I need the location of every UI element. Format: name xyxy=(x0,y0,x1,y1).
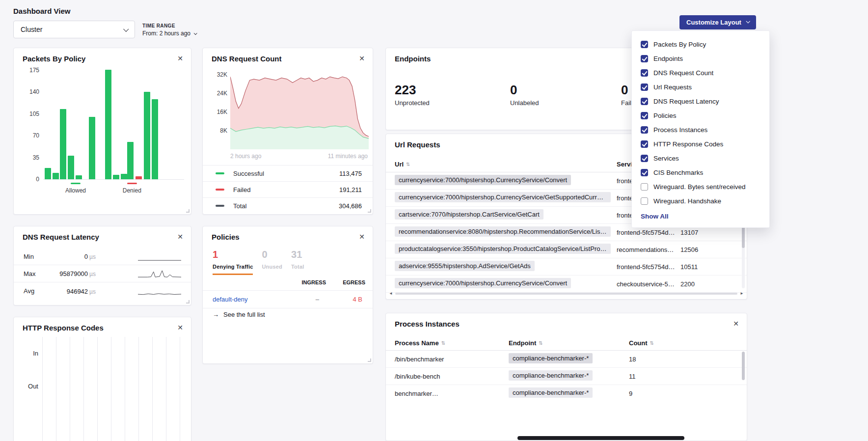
close-icon[interactable]: ✕ xyxy=(357,54,366,63)
y-axis-tick-label: 35 xyxy=(33,154,39,161)
scrollbar-thumb[interactable] xyxy=(742,352,745,380)
sort-icon: ⇅ xyxy=(441,340,445,346)
customize-menu-items: Packets By PolicyEndpointsDNS Request Co… xyxy=(641,37,760,208)
stat-label: Total xyxy=(291,264,304,270)
checkbox-icon[interactable] xyxy=(641,155,648,162)
latency-sparkline xyxy=(138,250,181,262)
checkbox-icon[interactable] xyxy=(641,183,648,191)
stat-value: 0 xyxy=(262,249,282,260)
customize-layout-menu: Packets By PolicyEndpointsDNS Request Co… xyxy=(631,30,770,228)
url-chip: productcatalogservice:3550/hipstershop.P… xyxy=(395,244,611,254)
see-full-list-label: See the full list xyxy=(223,311,265,318)
url-cell: currencyservice:7000/hipstershop.Currenc… xyxy=(386,192,617,204)
url-request-row[interactable]: productcatalogservice:3550/hipstershop.P… xyxy=(386,241,747,258)
customize-menu-item[interactable]: Policies xyxy=(641,109,760,123)
customize-layout-button-label: Customize Layout xyxy=(686,19,741,26)
checkbox-icon[interactable] xyxy=(641,55,648,62)
url-request-row[interactable]: currencyservice:7000/hipstershop.Currenc… xyxy=(386,276,747,293)
customize-menu-item[interactable]: Url Requests xyxy=(641,80,760,94)
time-range-from-text: From: 2 hours ago xyxy=(142,30,190,37)
url-request-row[interactable]: adservice:9555/hipstershop.AdService/Get… xyxy=(386,258,747,276)
policy-stat[interactable]: 31Total xyxy=(291,249,304,275)
customize-menu-item[interactable]: DNS Request Latency xyxy=(641,94,760,109)
column-header[interactable]: Endpoint⇅ xyxy=(509,339,629,347)
bar xyxy=(152,99,158,179)
latency-unit: µs xyxy=(89,253,96,260)
time-range-control: TIME RANGE From: 2 hours ago xyxy=(142,23,196,37)
resize-handle-icon[interactable] xyxy=(186,300,190,303)
checkbox-icon[interactable] xyxy=(641,140,648,148)
column-header[interactable]: Count⇅ xyxy=(629,339,747,347)
scroll-left-icon[interactable]: ◄ xyxy=(389,292,393,296)
vertical-scrollbar[interactable] xyxy=(742,352,745,435)
url-chip: currencyservice:7000/hipstershop.Currenc… xyxy=(395,278,571,288)
customize-menu-item[interactable]: CIS Benchmarks xyxy=(641,165,760,180)
policy-stat[interactable]: 1Denying Traffic xyxy=(213,249,253,275)
customize-menu-item[interactable]: HTTP Response Codes xyxy=(641,137,760,151)
resize-handle-icon[interactable] xyxy=(368,209,371,213)
count-cell: 13107 xyxy=(680,229,747,236)
checkbox-icon[interactable] xyxy=(641,126,648,134)
bar xyxy=(45,168,51,179)
policy-row[interactable]: default-deny – 4 B xyxy=(203,290,373,308)
customize-menu-item[interactable]: Wireguard. Handshake xyxy=(641,194,760,208)
service-cell: checkoutservice-56… xyxy=(617,280,680,288)
bar xyxy=(113,175,119,179)
customize-menu-item-label: DNS Request Latency xyxy=(653,98,719,105)
checkbox-icon[interactable] xyxy=(641,197,648,205)
column-header[interactable]: Process Name⇅ xyxy=(386,339,509,347)
stat-value: 0 xyxy=(510,83,539,98)
checkbox-icon[interactable] xyxy=(641,98,648,105)
card-dns-request-count: DNS Request Count ✕ 32K24K16K8K 2 hours … xyxy=(202,48,373,215)
close-icon[interactable]: ✕ xyxy=(357,232,366,242)
resize-handle-icon[interactable] xyxy=(368,358,371,362)
see-full-list-link[interactable]: → See the full list xyxy=(213,311,265,318)
scrollbar-track[interactable] xyxy=(395,293,737,295)
count-cell: 10511 xyxy=(680,263,747,271)
latency-number: 95879000 xyxy=(59,270,88,277)
policy-name-link[interactable]: default-deny xyxy=(213,296,248,303)
customize-menu-item[interactable]: Packets By Policy xyxy=(641,37,760,52)
scroll-right-icon[interactable]: ► xyxy=(740,292,744,296)
policy-stat[interactable]: 0Unused xyxy=(262,249,282,275)
column-header[interactable]: Url⇅ xyxy=(386,161,617,168)
customize-menu-item[interactable]: Services xyxy=(641,151,760,165)
checkbox-icon[interactable] xyxy=(641,41,648,48)
policy-ingress-value: – xyxy=(287,296,326,303)
latency-number: 946942 xyxy=(67,288,88,295)
y-axis-tick-label: 140 xyxy=(29,88,39,95)
view-scope-select[interactable]: Cluster xyxy=(13,21,135,38)
x-axis-label: 11 minutes ago xyxy=(328,153,368,160)
latency-label: Avg xyxy=(24,287,49,295)
url-chip: currencyservice:7000/hipstershop.Currenc… xyxy=(395,192,611,202)
process-instance-row[interactable]: benchmarker…compliance-benchmarker-*9 xyxy=(386,385,747,398)
service-cell: recommendationse… xyxy=(617,246,680,253)
customize-menu-item[interactable]: Endpoints xyxy=(641,52,760,66)
time-range-value[interactable]: From: 2 hours ago xyxy=(142,30,196,37)
resize-handle-icon[interactable] xyxy=(186,209,190,213)
page-horizontal-scrollbar-thumb[interactable] xyxy=(517,436,684,440)
checkbox-icon[interactable] xyxy=(641,83,648,91)
stat-label: Unlabeled xyxy=(510,99,539,107)
count-cell: 18 xyxy=(629,356,747,363)
row-label: Out xyxy=(21,383,38,390)
card-http-response-codes: HTTP Response Codes ✕ InOut xyxy=(13,317,191,441)
process-instance-row[interactable]: /bin/benchmarkercompliance-benchmarker-*… xyxy=(386,351,747,368)
customize-menu-item[interactable]: Wireguard. Bytes sent/received xyxy=(641,180,760,194)
customize-layout-button[interactable]: Customize Layout xyxy=(679,15,756,29)
y-axis-tick-label: 24K xyxy=(217,90,227,97)
customize-menu-item[interactable]: DNS Request Count xyxy=(641,66,760,80)
checkbox-icon[interactable] xyxy=(641,112,648,119)
show-all-link[interactable]: Show All xyxy=(641,213,669,220)
horizontal-scrollbar[interactable]: ◄ ► xyxy=(389,291,744,296)
y-axis-tick-label: 70 xyxy=(33,132,39,139)
checkbox-icon[interactable] xyxy=(641,169,648,176)
close-icon[interactable]: ✕ xyxy=(732,319,740,329)
process-instance-row[interactable]: /bin/kube-benchcompliance-benchmarker-*1… xyxy=(386,368,747,385)
customize-menu-item[interactable]: Process Instances xyxy=(641,123,760,137)
checkbox-icon[interactable] xyxy=(641,69,648,77)
close-icon[interactable]: ✕ xyxy=(176,232,185,242)
endpoint-cell: compliance-benchmarker-* xyxy=(509,370,629,382)
customize-menu-item-label: Policies xyxy=(653,112,677,119)
close-icon[interactable]: ✕ xyxy=(176,54,185,63)
